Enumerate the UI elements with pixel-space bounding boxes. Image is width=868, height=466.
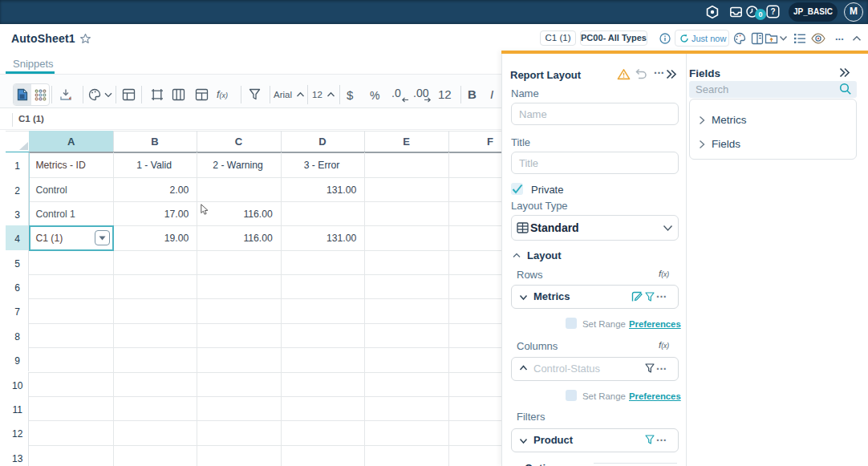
svg-text:?: ? [770, 7, 775, 16]
